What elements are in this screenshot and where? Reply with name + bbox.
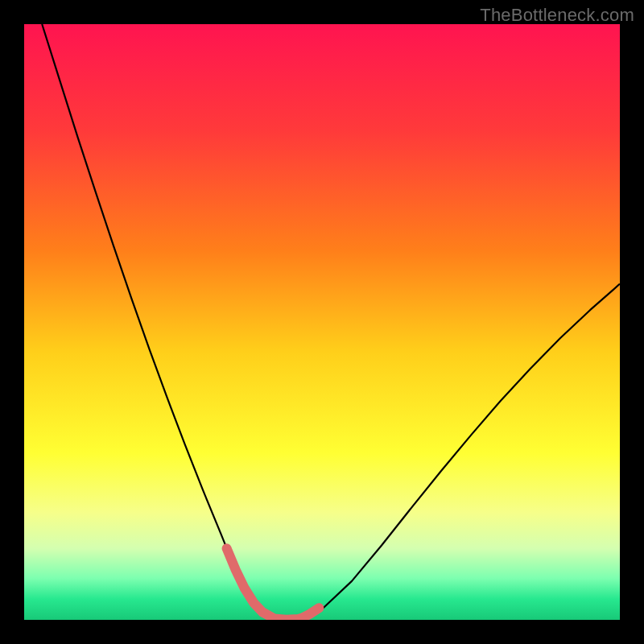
bottleneck-chart: [24, 24, 620, 620]
watermark-text: TheBottleneck.com: [480, 5, 634, 26]
gradient-background: [24, 24, 620, 620]
chart-stage: TheBottleneck.com: [0, 0, 644, 644]
